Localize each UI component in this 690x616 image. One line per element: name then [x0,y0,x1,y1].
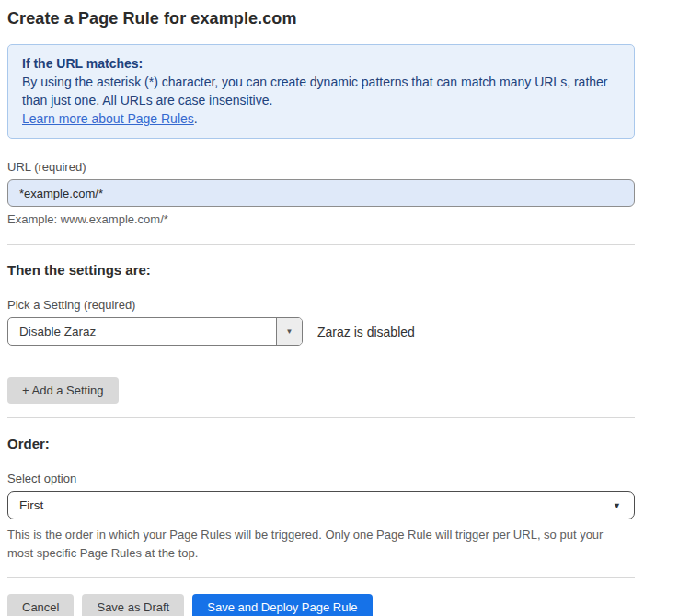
url-input[interactable] [7,179,635,207]
pick-setting-label: Pick a Setting (required) [7,298,635,312]
page-title: Create a Page Rule for example.com [7,9,635,29]
save-deploy-button[interactable]: Save and Deploy Page Rule [192,594,372,616]
learn-more-link[interactable]: Learn more about Page Rules [22,111,194,126]
page-rule-form: Create a Page Rule for example.com If th… [7,0,635,616]
divider [7,417,635,418]
info-box-body: By using the asterisk (*) character, you… [22,73,618,109]
cancel-button[interactable]: Cancel [7,594,74,616]
order-select[interactable]: First ▼ [7,491,635,519]
save-draft-button[interactable]: Save as Draft [82,594,184,616]
link-period: . [194,111,198,126]
setting-select[interactable]: Disable Zaraz ▼ [7,317,303,346]
select-option-label: Select option [7,472,635,485]
url-match-info-box: If the URL matches: By using the asteris… [7,44,635,139]
divider [7,244,635,245]
setting-row: Disable Zaraz ▼ Zaraz is disabled [7,317,635,346]
setting-picker-block: Pick a Setting (required) Disable Zaraz … [7,298,635,346]
setting-status-text: Zaraz is disabled [317,325,415,339]
add-setting-button[interactable]: + Add a Setting [7,377,119,404]
setting-select-value: Disable Zaraz [8,318,276,345]
caret-down-icon: ▼ [613,501,621,510]
url-label: URL (required) [7,160,635,174]
caret-down-icon[interactable]: ▼ [276,318,302,345]
url-example-hint: Example: www.example.com/* [7,212,635,226]
footer-actions: Cancel Save as Draft Save and Deploy Pag… [7,594,635,616]
divider [7,577,635,578]
info-box-link-line: Learn more about Page Rules. [22,109,620,128]
info-box-heading: If the URL matches: [22,54,620,73]
order-helper-text: This is the order in which your Page Rul… [7,526,624,563]
settings-section-heading: Then the settings are: [7,262,635,278]
order-select-value: First [19,498,43,512]
order-section-heading: Order: [7,436,635,451]
